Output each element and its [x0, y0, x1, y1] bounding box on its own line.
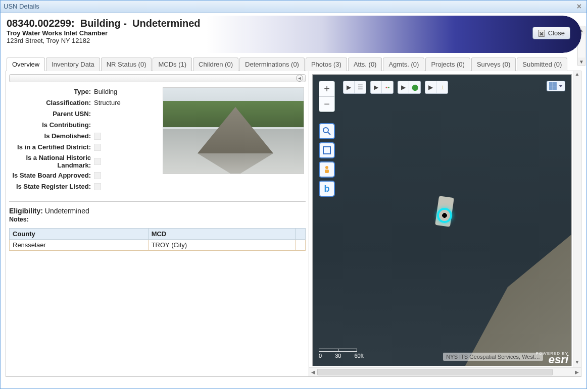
scroll-down-icon[interactable]: ▼: [573, 359, 581, 367]
usn-details-window: USN Details × ▲ ▼ 08340.002299: Building…: [0, 0, 587, 389]
usn-heading: 08340.002299: Building - Undetermined: [7, 18, 580, 29]
value-classification: Structure: [94, 98, 121, 107]
col-county[interactable]: County: [10, 229, 149, 240]
window-title: USN Details: [4, 3, 575, 10]
chevron-down-icon: [559, 85, 563, 87]
streetview-button[interactable]: [319, 161, 335, 178]
svg-rect-4: [325, 170, 329, 173]
scroll-up-icon[interactable]: ▲: [573, 71, 581, 79]
scroll-thumb[interactable]: [317, 369, 553, 375]
toolbar-expand-4[interactable]: ▶: [425, 81, 436, 93]
checkbox-state-board[interactable]: [94, 172, 101, 179]
header-text: 08340.002299: Building - Undetermined Tr…: [6, 16, 581, 46]
full-extent-button[interactable]: [319, 142, 335, 158]
tab-surveys[interactable]: Surveys (0): [471, 58, 516, 71]
map-vertical-scrollbar[interactable]: ▲ ▼: [573, 71, 581, 367]
resource-name: Troy Water Works Inlet Chamber: [7, 29, 580, 37]
scroll-down-icon[interactable]: ▼: [578, 58, 585, 66]
tab-determinations[interactable]: Determinations (0): [239, 58, 305, 71]
label-certified-district: Is in a Certified District:: [9, 143, 94, 152]
col-spacer: [296, 229, 306, 240]
zoom-control: + −: [319, 81, 335, 112]
svg-line-1: [328, 132, 330, 135]
tab-agmts[interactable]: Agmts. (0): [383, 58, 424, 71]
toolbar-expand-1[interactable]: ▶: [344, 81, 355, 93]
overview-panel: ◄ Type:Building Classification:Structure…: [6, 71, 581, 377]
tab-nr-status[interactable]: NR Status (0): [101, 58, 152, 71]
checkbox-certified-district[interactable]: [94, 144, 101, 151]
toolbar-seg-2: ▶ ▪▪: [370, 81, 394, 94]
header-band: 08340.002299: Building - Undetermined Tr…: [6, 16, 581, 53]
checkbox-nhl[interactable]: [94, 158, 101, 165]
properties-block: Type:Building Classification:Structure P…: [9, 87, 306, 193]
checkbox-is-demolished[interactable]: [94, 133, 101, 140]
tab-mcds[interactable]: MCDs (1): [153, 58, 192, 71]
primary-photo[interactable]: [163, 87, 304, 174]
layers-icon[interactable]: ☰: [355, 81, 366, 93]
label-is-contributing: Is Contributing:: [9, 121, 94, 130]
close-icon: [538, 30, 545, 37]
tab-projects[interactable]: Projects (0): [425, 58, 470, 71]
map-marker[interactable]: [437, 208, 452, 223]
identify-tool-button[interactable]: [319, 123, 335, 139]
scroll-left-icon[interactable]: ◀: [309, 368, 317, 376]
bing-button[interactable]: b: [319, 181, 335, 197]
col-mcd[interactable]: MCD: [148, 229, 295, 240]
zoom-out-button[interactable]: −: [319, 96, 334, 112]
toolbar-expand-3[interactable]: ▶: [398, 81, 409, 93]
properties-list: Type:Building Classification:Structure P…: [9, 87, 156, 193]
value-type: Building: [94, 87, 117, 96]
magnifier-icon: [322, 127, 331, 136]
cell-mcd: TROY (City): [148, 240, 295, 251]
tab-inventory-data[interactable]: Inventory Data: [46, 58, 100, 71]
scroll-right-icon[interactable]: ▶: [573, 368, 581, 376]
label-state-register: Is State Register Listed:: [9, 182, 94, 191]
chevron-left-icon[interactable]: ◄: [296, 75, 303, 82]
close-button[interactable]: Close: [532, 27, 570, 39]
toolbar-seg-1: ▶ ☰: [343, 81, 366, 94]
resource-address: 123rd Street, Troy NY 12182: [7, 37, 580, 44]
titlebar: USN Details ×: [1, 1, 586, 13]
tab-photos[interactable]: Photos (3): [306, 58, 347, 71]
globe-icon[interactable]: ⬤: [409, 81, 420, 93]
label-nhl: Is a National Historic Landmark:: [9, 154, 94, 169]
scale-bar: 0 30 60ft: [319, 348, 364, 359]
cell-county: Rensselaer: [10, 240, 149, 251]
toolbar-expand-2[interactable]: ▶: [371, 81, 382, 93]
svg-point-0: [323, 128, 328, 133]
tab-atts[interactable]: Atts. (0): [348, 58, 382, 71]
svg-point-3: [325, 166, 328, 169]
tab-submitted[interactable]: Submitted (0): [517, 58, 567, 71]
zoom-in-button[interactable]: +: [319, 81, 334, 96]
label-type: Type:: [9, 87, 94, 96]
map-tool-column: b: [319, 123, 335, 197]
window-body: ▲ ▼ 08340.002299: Building - Undetermine…: [1, 13, 586, 388]
map-top-toolbar: ▶ ☰ ▶ ▪▪ ▶ ⬤ ▶ ⟂: [343, 81, 448, 94]
label-parent-usn: Parent USN:: [9, 109, 94, 119]
label-classification: Classification:: [9, 98, 94, 107]
legend-icon[interactable]: ▪▪: [382, 81, 393, 93]
window-close-icon[interactable]: ×: [575, 2, 583, 11]
tab-overview[interactable]: Overview: [7, 58, 45, 71]
toolbar-seg-3: ▶ ⬤: [398, 81, 421, 94]
esri-logo: POWERED BY esri: [536, 351, 568, 364]
eligibility-line: Eligibility: Undetermined: [9, 207, 306, 215]
tab-children[interactable]: Children (0): [193, 58, 238, 71]
collapse-header[interactable]: ◄: [9, 74, 306, 82]
checkbox-state-register[interactable]: [94, 183, 101, 190]
person-icon: [322, 165, 331, 174]
table-row[interactable]: Rensselaer TROY (City): [10, 240, 306, 251]
label-state-board: Is State Board Approved:: [9, 171, 94, 180]
extent-icon: [322, 146, 331, 155]
map-panel[interactable]: + − b: [312, 74, 572, 366]
map-attribution[interactable]: NYS ITS Geospatial Services, West…: [443, 353, 543, 361]
mcd-table: County MCD Rensselaer TROY (City): [9, 228, 306, 251]
measure-icon[interactable]: ⟂: [436, 81, 448, 93]
toolbar-seg-4: ▶ ⟂: [425, 81, 448, 94]
basemap-gallery-button[interactable]: [547, 81, 565, 91]
tab-strip: Overview Inventory Data NR Status (0) MC…: [6, 57, 581, 71]
bing-icon: b: [324, 184, 330, 194]
divider: [9, 201, 306, 202]
map-horizontal-scrollbar[interactable]: ◀ ▶: [309, 367, 581, 376]
overview-left-panel: ◄ Type:Building Classification:Structure…: [6, 71, 309, 376]
